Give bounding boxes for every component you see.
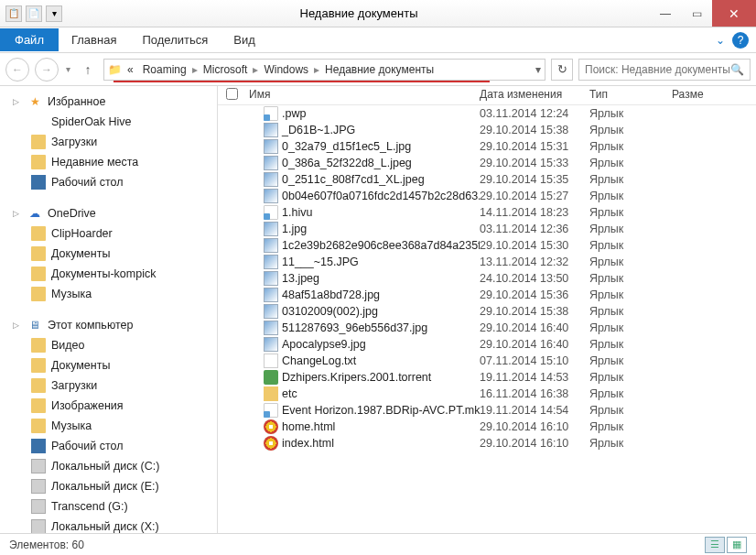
breadcrumb-item[interactable]: Недавние документы: [321, 63, 437, 76]
column-name[interactable]: Имя: [245, 88, 480, 103]
sidebar-item[interactable]: Локальный диск (X:): [0, 517, 217, 533]
sidebar-item[interactable]: Музыка: [0, 284, 217, 304]
maximize-button[interactable]: ▭: [681, 0, 712, 27]
sidebar-item[interactable]: Загрузки: [0, 132, 217, 152]
fold-icon: [31, 287, 46, 301]
file-row[interactable]: 03102009(002).jpg29.10.2014 15:38Ярлык: [218, 303, 756, 320]
disk-icon: [31, 459, 46, 473]
search-input[interactable]: [585, 63, 730, 76]
column-size[interactable]: Разме: [672, 88, 727, 103]
file-row[interactable]: 1.jpg03.11.2014 12:36Ярлык: [218, 221, 756, 237]
column-date[interactable]: Дата изменения: [480, 88, 589, 103]
forward-button[interactable]: →: [35, 58, 59, 82]
refresh-button[interactable]: ↻: [551, 59, 573, 81]
breadcrumb-item[interactable]: Windows: [260, 63, 312, 76]
disk-icon: [31, 499, 46, 514]
file-row[interactable]: 48af51a8bd728.jpg29.10.2014 15:36Ярлык: [218, 287, 756, 303]
file-row[interactable]: 13.jpeg24.10.2014 13:50Ярлык: [218, 270, 756, 287]
file-row[interactable]: 0_2511c_808f7cd1_XL.jpeg29.10.2014 15:35…: [218, 171, 756, 188]
sidebar-item[interactable]: Локальный диск (E:): [0, 476, 217, 496]
file-row[interactable]: etc16.11.2014 16:38Ярлык: [218, 386, 756, 402]
file-type: Ярлык: [589, 140, 672, 153]
onedrive-group: ▷☁OneDrive ClipHoarderДокументыДокументы…: [0, 203, 217, 304]
file-date: 29.10.2014 16:40: [480, 321, 589, 334]
sidebar-item[interactable]: Локальный диск (C:): [0, 456, 217, 476]
file-type: Ярлык: [589, 338, 672, 351]
ribbon-expand-icon[interactable]: ⌄: [716, 34, 725, 47]
sidebar-item[interactable]: Видео: [0, 335, 217, 355]
file-row[interactable]: ChangeLog.txt07.11.2014 15:10Ярлык: [218, 353, 756, 369]
file-name: 1.hivu: [282, 206, 312, 219]
file-row[interactable]: index.html29.10.2014 16:10Ярлык: [218, 435, 756, 452]
item-count: Элементов: 60: [9, 539, 84, 551]
thispc-header[interactable]: ▷🖥Этот компьютер: [0, 315, 217, 335]
sidebar-item[interactable]: Изображения: [0, 396, 217, 416]
file-row[interactable]: 511287693_96eb556d37.jpg29.10.2014 16:40…: [218, 320, 756, 336]
sidebar-item[interactable]: Недавние места: [0, 152, 217, 172]
address-dropdown-icon[interactable]: ▾: [535, 63, 541, 76]
file-row[interactable]: 1c2e39b2682e906c8ee368a7d84a235f_f...29.…: [218, 237, 756, 254]
sidebar-item-label: Документы-kompick: [51, 267, 156, 280]
file-row[interactable]: _D61B~1.JPG29.10.2014 15:38Ярлык: [218, 122, 756, 138]
sidebar-item[interactable]: SpiderOak Hive: [0, 112, 217, 132]
qat-properties-icon[interactable]: 📋: [5, 5, 22, 22]
sidebar-item[interactable]: Рабочий стол: [0, 172, 217, 192]
file-type: Ярлык: [589, 223, 672, 235]
history-dropdown[interactable]: ▾: [64, 64, 72, 74]
sidebar-item[interactable]: Transcend (G:): [0, 496, 217, 517]
file-row[interactable]: 1.hivu14.11.2014 18:23Ярлык: [218, 204, 756, 221]
minimize-button[interactable]: —: [650, 0, 681, 27]
file-row[interactable]: Apocalypse9.jpg29.10.2014 16:40Ярлык: [218, 336, 756, 353]
search-icon[interactable]: 🔍: [730, 63, 744, 76]
tab-home[interactable]: Главная: [59, 28, 129, 51]
ribbon: Файл Главная Поделиться Вид ⌄ ?: [0, 27, 756, 53]
help-button[interactable]: ?: [732, 32, 749, 49]
file-icon: [264, 205, 278, 220]
tab-share[interactable]: Поделиться: [129, 28, 221, 51]
tab-view[interactable]: Вид: [221, 28, 268, 51]
icons-view-button[interactable]: ▦: [727, 537, 747, 553]
file-type: Ярлык: [589, 173, 672, 186]
file-row[interactable]: Dzhipers.Kripers.2001.torrent19.11.2014 …: [218, 369, 756, 386]
onedrive-header[interactable]: ▷☁OneDrive: [0, 203, 217, 223]
file-icon: [264, 271, 278, 286]
address-bar[interactable]: 📁 « Roaming ▸ Microsoft ▸ Windows ▸ Неда…: [103, 59, 545, 81]
sidebar-item-label: Музыка: [51, 419, 92, 432]
sidebar-item[interactable]: Документы: [0, 244, 217, 264]
fold-icon: [31, 378, 46, 393]
sidebar-item[interactable]: Рабочий стол: [0, 436, 217, 456]
sidebar-item[interactable]: Документы-kompick: [0, 264, 217, 284]
file-icon: [264, 370, 278, 385]
file-row[interactable]: Event Horizon.1987.BDRip-AVC.PT.mk...19.…: [218, 402, 756, 419]
back-button[interactable]: ←: [5, 58, 29, 82]
select-all-checkbox[interactable]: [226, 88, 238, 100]
file-list[interactable]: .pwp03.11.2014 12:24Ярлык_D61B~1.JPG29.1…: [218, 105, 756, 533]
up-button[interactable]: ↑: [78, 60, 98, 80]
file-row[interactable]: 0_32a79_d15f1ec5_L.jpg29.10.2014 15:31Яр…: [218, 138, 756, 155]
sidebar-item-label: Загрузки: [51, 379, 97, 392]
sidebar-item[interactable]: Загрузки: [0, 375, 217, 396]
file-row[interactable]: 11___~15.JPG13.11.2014 12:32Ярлык: [218, 254, 756, 270]
sidebar-item[interactable]: Документы: [0, 355, 217, 375]
favorites-group: ▷★Избранное SpiderOak HiveЗагрузкиНедавн…: [0, 92, 217, 192]
breadcrumb-item[interactable]: Microsoft: [200, 63, 252, 76]
breadcrumb-item[interactable]: Roaming: [139, 63, 190, 76]
file-tab[interactable]: Файл: [0, 28, 59, 51]
sidebar-item-label: Загрузки: [51, 136, 97, 148]
file-date: 29.10.2014 15:38: [480, 305, 589, 318]
details-view-button[interactable]: ☰: [705, 537, 725, 553]
sidebar-item[interactable]: Музыка: [0, 416, 217, 436]
column-type[interactable]: Тип: [589, 88, 672, 103]
qat-newfolder-icon[interactable]: 📄: [26, 5, 42, 22]
file-row[interactable]: 0b04e607f0a0716fdc2d1457b2c28d63.j...29.…: [218, 188, 756, 204]
file-row[interactable]: 0_386a_52f322d8_L.jpeg29.10.2014 15:33Яр…: [218, 155, 756, 171]
favorites-header[interactable]: ▷★Избранное: [0, 92, 217, 112]
close-button[interactable]: ✕: [712, 0, 756, 27]
file-row[interactable]: home.html29.10.2014 16:10Ярлык: [218, 419, 756, 435]
search-box[interactable]: 🔍: [578, 59, 751, 81]
file-row[interactable]: .pwp03.11.2014 12:24Ярлык: [218, 105, 756, 122]
qat-dropdown-icon[interactable]: ▾: [46, 5, 62, 22]
navigation-pane[interactable]: ▷★Избранное SpiderOak HiveЗагрузкиНедавн…: [0, 86, 218, 533]
sidebar-item[interactable]: ClipHoarder: [0, 223, 217, 244]
breadcrumb-sep: ▸: [253, 63, 258, 76]
